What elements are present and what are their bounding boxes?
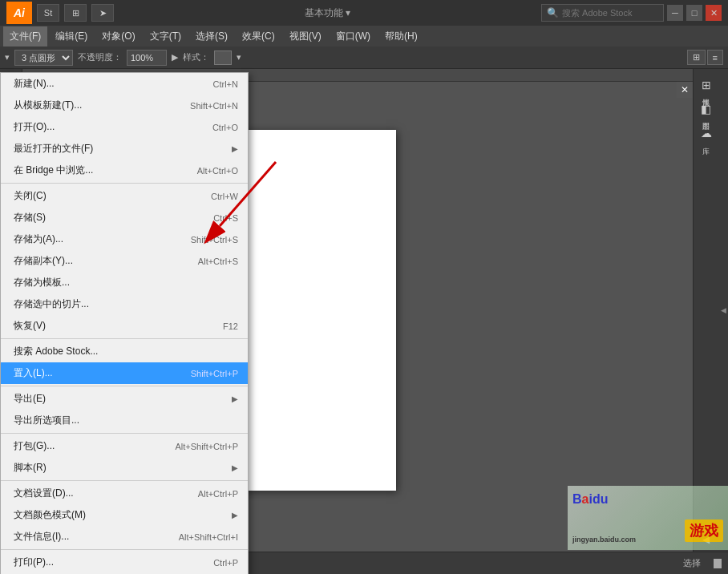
menu-text[interactable]: 文字(T)	[144, 26, 188, 46]
dd-export-selection[interactable]: 导出所选项目...	[1, 410, 248, 431]
game-badge: 游戏	[685, 519, 723, 542]
dd-file-info[interactable]: 文件信息(I)... Alt+Shift+Ctrl+I	[1, 526, 248, 548]
search-icon: 🔍	[547, 7, 559, 18]
toolbar: ▾ 3 点圆形 不透明度： ▶ 样式： ▾ ⊞ ≡	[0, 46, 728, 69]
dd-doc-settings[interactable]: 文档设置(D)... Alt+Ctrl+P	[1, 483, 248, 504]
menu-select[interactable]: 选择(S)	[189, 26, 234, 46]
icon-btn-arrow[interactable]: ➤	[91, 4, 114, 22]
shape-select[interactable]: 3 点圆形	[14, 50, 73, 66]
dd-save[interactable]: 存储(S) Ctrl+S	[1, 207, 248, 228]
close-button[interactable]: ✕	[706, 5, 722, 21]
libraries-icon: ☁	[701, 127, 712, 139]
dd-search-stock[interactable]: 搜索 Adobe Stock...	[1, 341, 248, 362]
dd-close[interactable]: 关闭(C) Ctrl+W	[1, 185, 248, 207]
toolbar-shape-label: ▾	[5, 52, 10, 63]
menu-edit[interactable]: 编辑(E)	[49, 26, 94, 46]
align-btn[interactable]: ≡	[707, 50, 723, 65]
dd-new[interactable]: 新建(N)... Ctrl+N	[1, 73, 248, 95]
separator-5	[1, 480, 248, 481]
title-bar-left: Ai St ⊞ ➤	[6, 2, 114, 24]
dd-revert[interactable]: 恢复(V) F12	[1, 315, 248, 337]
title-bar-right: 🔍 ─ □ ✕	[541, 4, 722, 22]
separator-2	[1, 338, 248, 339]
panel-libraries[interactable]: ☁ 库	[694, 123, 718, 144]
dd-save-as[interactable]: 存储为(A)... Shift+Ctrl+S	[1, 228, 248, 250]
search-input[interactable]	[562, 8, 658, 18]
status-mode: 选择	[683, 557, 722, 569]
dd-print[interactable]: 打印(P)... Ctrl+P	[1, 552, 248, 573]
stock-search[interactable]: 🔍	[541, 4, 664, 22]
title-center: 基本功能 ▾	[114, 6, 541, 20]
dd-open[interactable]: 打开(O)... Ctrl+O	[1, 116, 248, 138]
icon-btn-1[interactable]: St	[37, 4, 59, 22]
separator-6	[1, 549, 248, 550]
layers-icon: ◧	[701, 103, 711, 115]
dd-recent[interactable]: 最近打开的文件(F) ▶	[1, 138, 248, 160]
separator-3	[1, 386, 248, 386]
arrange-btn[interactable]: ⊞	[687, 50, 706, 65]
panel-properties[interactable]: ⊞ 属性	[694, 75, 718, 96]
separator-4	[1, 433, 248, 434]
panel-layers[interactable]: ◧ 图层	[694, 99, 718, 120]
dd-new-template[interactable]: 从模板新建(T)... Shift+Ctrl+N	[1, 95, 248, 116]
menu-file[interactable]: 文件(F)	[3, 26, 47, 46]
scroll-thumb[interactable]	[714, 559, 722, 568]
dd-save-template[interactable]: 存储为模板...	[1, 272, 248, 293]
baidu-logo: Baidu	[572, 492, 608, 507]
toolbar-right-arrow: ▶	[172, 52, 178, 63]
close-tab-btn[interactable]: ✕	[677, 82, 693, 98]
minimize-button[interactable]: ─	[667, 5, 683, 21]
properties-icon: ⊞	[702, 79, 711, 91]
dd-export[interactable]: 导出(E) ▶	[1, 388, 248, 410]
watermark-text1: jingyan.baidu.com	[572, 536, 636, 544]
dd-color-mode[interactable]: 文档颜色模式(M) ▶	[1, 504, 248, 526]
style-label: 样式：	[183, 51, 209, 63]
watermark: Baidu jingyan.baidu.com 游戏	[568, 486, 728, 550]
dd-save-copy[interactable]: 存储副本(Y)... Alt+Ctrl+S	[1, 250, 248, 272]
title-bar: Ai St ⊞ ➤ 基本功能 ▾ 🔍 ─ □ ✕	[0, 0, 728, 26]
dd-scripts[interactable]: 脚本(R) ▶	[1, 457, 248, 479]
dd-package[interactable]: 打包(G)... Alt+Shift+Ctrl+P	[1, 435, 248, 457]
maximize-button[interactable]: □	[686, 5, 702, 21]
dd-save-slices[interactable]: 存储选中的切片...	[1, 293, 248, 315]
menu-help[interactable]: 帮助(H)	[378, 26, 424, 46]
opacity-input[interactable]	[127, 50, 167, 66]
style-swatch[interactable]	[214, 51, 232, 65]
app-logo: Ai	[6, 2, 32, 24]
menu-window[interactable]: 窗口(W)	[330, 26, 377, 46]
menu-effect[interactable]: 效果(C)	[236, 26, 281, 46]
file-dropdown-menu: 新建(N)... Ctrl+N 从模板新建(T)... Shift+Ctrl+N…	[0, 72, 249, 574]
right-panel: ⊞ 属性 ◧ 图层 ☁ 库 ◀	[693, 69, 718, 552]
dd-bridge[interactable]: 在 Bridge 中浏览... Alt+Ctrl+O	[1, 160, 248, 181]
menu-bar: 文件(F) 编辑(E) 对象(O) 文字(T) 选择(S) 效果(C) 视图(V…	[0, 26, 728, 46]
icon-btn-grid[interactable]: ⊞	[64, 4, 87, 22]
separator-1	[1, 183, 248, 184]
menu-object[interactable]: 对象(O)	[95, 26, 141, 46]
collapse-indicator: ◀	[721, 306, 726, 314]
opacity-label: 不透明度：	[78, 51, 122, 63]
menu-view[interactable]: 视图(V)	[283, 26, 328, 46]
dd-place[interactable]: 置入(L)... Shift+Ctrl+P	[1, 362, 248, 384]
far-right-strip: ◀	[718, 69, 728, 552]
